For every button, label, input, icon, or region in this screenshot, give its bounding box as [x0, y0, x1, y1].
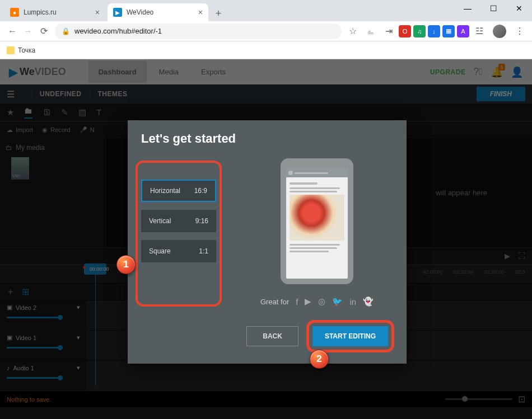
menu-icon[interactable]: ⋮ [512, 23, 528, 39]
annotation-marker-2: 2 [310, 350, 329, 369]
tab-title: WeVideo [127, 8, 153, 16]
url-input[interactable]: 🔒 wevideo.com/hub#editor/-1 [55, 23, 342, 39]
maximize-button[interactable]: ☐ [480, 0, 506, 17]
favicon-wevideo: ▶ [113, 8, 122, 17]
bookmark-label: Точка [18, 46, 35, 54]
ext-icon[interactable]: O [399, 25, 411, 37]
modal-title: Let's get started [128, 120, 407, 155]
facebook-icon: f [296, 297, 298, 307]
annotation-box-1: Horizontal 16:9 Vertical 9:16 Square 1:1 [136, 161, 222, 307]
bookmark-item[interactable]: Точка [7, 46, 35, 54]
send-icon[interactable]: ⇥ [381, 23, 396, 39]
youtube-icon: ▶ [305, 296, 311, 307]
start-editing-button[interactable]: START EDITING [312, 326, 388, 346]
tab-title: Lumpics.ru [24, 8, 57, 16]
ratio-vertical[interactable]: Vertical 9:16 [141, 210, 216, 232]
forward-button[interactable]: → [20, 23, 36, 39]
annotation-marker-1: 1 [116, 255, 136, 274]
back-button[interactable]: ← [4, 23, 20, 39]
linkedin-icon: in [349, 297, 356, 307]
translate-icon[interactable]: ⎁ [363, 23, 379, 39]
ratio-horizontal[interactable]: Horizontal 16:9 [141, 180, 216, 202]
new-tab-button[interactable]: + [211, 6, 226, 21]
bookmark-favicon [7, 46, 15, 54]
ext-icon[interactable]: ♫ [413, 25, 426, 37]
preview-phone [281, 158, 353, 284]
ext-icon[interactable]: A [457, 25, 469, 37]
reload-button[interactable]: ⟳ [36, 23, 52, 39]
back-button[interactable]: BACK [246, 326, 298, 346]
browser-titlebar: ● Lumpics.ru × ▶ WeVideo × + — ☐ ✕ [0, 0, 532, 21]
profile-avatar[interactable] [493, 25, 506, 38]
get-started-modal: Let's get started Horizontal 16:9 Vertic… [128, 120, 407, 364]
bookmarks-bar: Точка [0, 41, 532, 59]
great-for-row: Great for f ▶ ◎ 🐦 in 👻 [239, 296, 395, 307]
preview-image [290, 195, 344, 241]
twitter-icon: 🐦 [332, 296, 343, 307]
favicon-lumpics: ● [10, 8, 19, 17]
ext-icon[interactable]: ↓ [428, 25, 440, 37]
snapchat-icon: 👻 [363, 296, 374, 307]
tab-wevideo[interactable]: ▶ WeVideo × [108, 3, 208, 21]
close-window-button[interactable]: ✕ [506, 0, 532, 17]
instagram-icon: ◎ [318, 296, 325, 307]
annotation-box-2: START EDITING [306, 320, 394, 352]
url-text: wevideo.com/hub#editor/-1 [74, 27, 162, 35]
extensions: ☆ ⎁ ⇥ O ♫ ↓ ▦ A ☳ ⋮ [345, 23, 528, 39]
minimize-button[interactable]: — [455, 0, 480, 17]
address-bar: ← → ⟳ 🔒 wevideo.com/hub#editor/-1 ☆ ⎁ ⇥ … [0, 21, 532, 41]
reading-list-icon[interactable]: ☳ [472, 23, 487, 39]
close-icon[interactable]: × [198, 8, 203, 17]
ratio-square[interactable]: Square 1:1 [141, 240, 216, 262]
tab-lumpics[interactable]: ● Lumpics.ru × [4, 3, 105, 21]
star-icon[interactable]: ☆ [345, 23, 361, 39]
lock-icon: 🔒 [62, 27, 70, 35]
close-icon[interactable]: × [95, 8, 100, 17]
ext-icon[interactable]: ▦ [442, 25, 455, 37]
